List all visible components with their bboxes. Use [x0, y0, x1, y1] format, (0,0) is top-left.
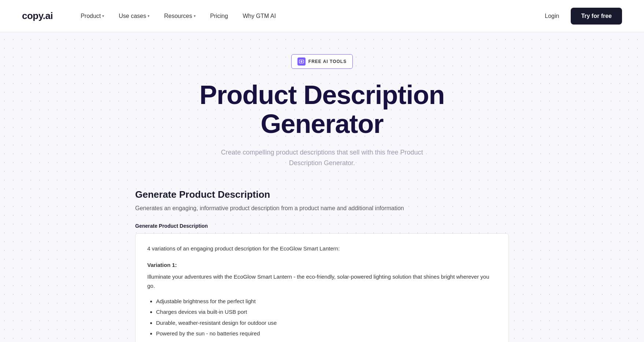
page-subtitle: Create compelling product descriptions t… — [212, 147, 432, 168]
nav-pricing[interactable]: Pricing — [204, 10, 234, 22]
badge-label: FREE AI TOOLS — [308, 59, 347, 64]
free-ai-tools-badge[interactable]: FREE AI TOOLS — [291, 54, 353, 69]
chevron-down-icon: ▾ — [148, 14, 149, 18]
nav-resources[interactable]: Resources ▾ — [158, 10, 201, 22]
login-link[interactable]: Login — [539, 10, 565, 22]
page-title: Product Description Generator — [135, 81, 509, 138]
badge-icon — [297, 57, 306, 66]
variation-1-title: Variation 1: — [147, 260, 497, 270]
list-item: Charges devices via built-in USB port — [156, 307, 497, 317]
nav-why-gtm-ai-label: Why GTM AI — [243, 13, 276, 19]
badge-container: FREE AI TOOLS — [135, 54, 509, 69]
nav-product[interactable]: Product ▾ — [75, 10, 110, 22]
output-bullet-list: Adjustable brightness for the perfect li… — [147, 297, 497, 338]
nav-resources-label: Resources — [164, 13, 192, 19]
chevron-down-icon: ▾ — [102, 14, 104, 18]
list-item: Powered by the sun - no batteries requir… — [156, 329, 497, 338]
nav-product-label: Product — [81, 13, 101, 19]
output-intro: 4 variations of an engaging product desc… — [147, 244, 497, 253]
try-for-free-button[interactable]: Try for free — [571, 8, 622, 25]
navbar: copy.ai Product ▾ Use cases ▾ Resources … — [0, 0, 644, 32]
nav-links: Product ▾ Use cases ▾ Resources ▾ Pricin… — [75, 10, 539, 22]
variation-1-text: Illuminate your adventures with the EcoG… — [147, 272, 497, 291]
nav-use-cases[interactable]: Use cases ▾ — [113, 10, 155, 22]
section-title: Generate Product Description — [135, 189, 509, 200]
nav-right: Login Try for free — [539, 8, 622, 25]
logo[interactable]: copy.ai — [22, 10, 53, 22]
output-box: 4 variations of an engaging product desc… — [135, 233, 509, 342]
nav-pricing-label: Pricing — [210, 13, 228, 19]
list-item: Adjustable brightness for the perfect li… — [156, 297, 497, 306]
nav-use-cases-label: Use cases — [119, 13, 146, 19]
list-item: Durable, weather-resistant design for ou… — [156, 318, 497, 328]
nav-why-gtm-ai[interactable]: Why GTM AI — [237, 10, 282, 22]
main-content: FREE AI TOOLS Product Description Genera… — [121, 32, 523, 342]
chevron-down-icon: ▾ — [194, 14, 196, 18]
section-description: Generates an engaging, informative produ… — [135, 204, 509, 213]
output-label: Generate Product Description — [135, 223, 509, 229]
